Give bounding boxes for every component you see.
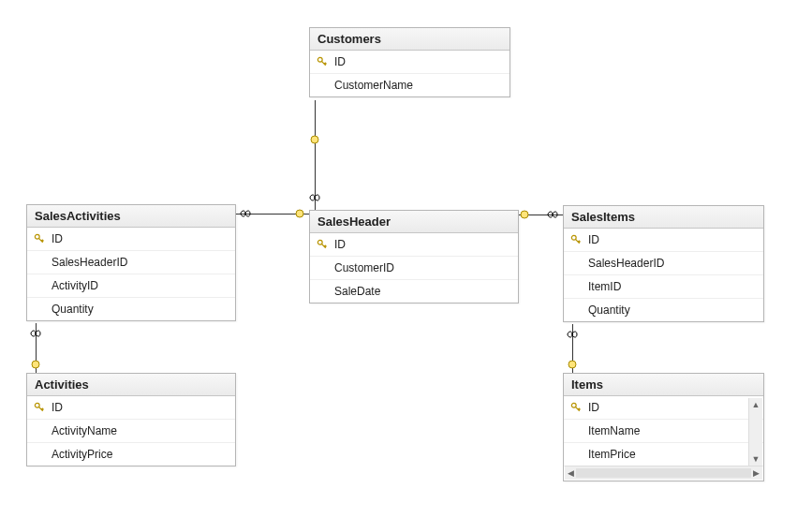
column-row[interactable]: SalesHeaderID xyxy=(27,251,235,274)
column-name: ID xyxy=(584,233,599,246)
column-row[interactable]: ID xyxy=(564,229,763,252)
primary-key-icon xyxy=(314,56,331,67)
scroll-up-icon[interactable]: ▲ xyxy=(749,398,762,411)
column-name: ActivityName xyxy=(48,424,117,437)
column-name: SalesHeaderID xyxy=(48,256,127,269)
scroll-left-icon[interactable]: ◀ xyxy=(568,468,574,478)
primary-key-icon xyxy=(31,402,48,413)
column-row[interactable]: CustomerID xyxy=(310,257,518,280)
primary-key-icon xyxy=(314,239,331,250)
table-salesHeader[interactable]: SalesHeaderIDCustomerIDSaleDate xyxy=(309,210,519,303)
column-name: ID xyxy=(48,401,63,414)
scroll-track[interactable] xyxy=(576,468,751,478)
column-name: ID xyxy=(48,232,63,245)
primary-key-icon xyxy=(568,402,584,413)
vertical-scrollbar[interactable]: ▲▼ xyxy=(748,398,762,466)
scroll-down-icon[interactable]: ▼ xyxy=(749,452,762,466)
column-row[interactable]: ID xyxy=(564,396,763,420)
fk-many-endpoint xyxy=(240,208,249,217)
column-name: ID xyxy=(331,55,346,68)
column-row[interactable]: Quantity xyxy=(27,298,235,320)
column-row[interactable]: ID xyxy=(27,228,235,251)
svg-point-2 xyxy=(521,211,528,218)
fk-key-endpoint xyxy=(295,209,304,218)
primary-key-icon xyxy=(568,234,584,245)
primary-key-icon xyxy=(31,233,48,244)
table-title: Activities xyxy=(27,374,235,396)
column-name: ItemName xyxy=(584,424,640,437)
column-row[interactable]: ActivityID xyxy=(27,274,235,298)
column-name: CustomerID xyxy=(331,261,394,274)
svg-point-3 xyxy=(32,361,39,368)
table-items[interactable]: ItemsIDItemNameItemPrice▲▼◀▶ xyxy=(563,373,764,481)
table-activities[interactable]: ActivitiesIDActivityNameActivityPrice xyxy=(26,373,236,466)
horizontal-scrollbar[interactable]: ◀▶ xyxy=(565,466,762,480)
column-row[interactable]: SalesHeaderID xyxy=(564,252,763,275)
table-title: Customers xyxy=(310,28,509,51)
table-title: SalesHeader xyxy=(310,211,518,233)
column-row[interactable]: ItemPrice xyxy=(564,443,763,466)
column-row[interactable]: ItemID xyxy=(564,275,763,299)
column-name: SalesHeaderID xyxy=(584,257,664,270)
column-name: ActivityPrice xyxy=(48,448,112,461)
fk-many-endpoint xyxy=(309,194,318,203)
svg-point-1 xyxy=(296,210,303,217)
table-salesActivities[interactable]: SalesActivitiesIDSalesHeaderIDActivityID… xyxy=(26,204,236,321)
table-title: SalesActivities xyxy=(27,205,235,228)
column-name: ID xyxy=(584,401,599,414)
column-name: CustomerName xyxy=(331,79,413,92)
column-name: ActivityID xyxy=(48,279,98,292)
fk-key-endpoint xyxy=(31,360,40,369)
fk-key-endpoint xyxy=(568,360,577,369)
fk-many-endpoint xyxy=(547,209,556,218)
table-title: SalesItems xyxy=(564,206,763,229)
column-name: Quantity xyxy=(48,303,94,316)
table-title: Items xyxy=(564,374,763,396)
column-row[interactable]: SaleDate xyxy=(310,280,518,303)
fk-many-endpoint xyxy=(567,329,576,338)
fk-key-endpoint xyxy=(520,210,529,219)
column-row[interactable]: ActivityName xyxy=(27,420,235,443)
column-row[interactable]: CustomerName xyxy=(310,74,509,96)
column-name: ItemID xyxy=(584,280,621,293)
column-name: Quantity xyxy=(584,303,630,317)
svg-point-4 xyxy=(568,361,576,368)
column-row[interactable]: Quantity xyxy=(564,299,763,321)
column-name: ID xyxy=(331,238,346,251)
column-row[interactable]: ActivityPrice xyxy=(27,443,235,466)
column-row[interactable]: ItemName xyxy=(564,420,763,443)
column-row[interactable]: ID xyxy=(310,233,518,257)
column-name: SaleDate xyxy=(331,285,380,298)
table-salesItems[interactable]: SalesItemsIDSalesHeaderIDItemIDQuantity xyxy=(563,205,764,322)
column-row[interactable]: ID xyxy=(27,396,235,420)
column-row[interactable]: ID xyxy=(310,51,509,74)
scroll-right-icon[interactable]: ▶ xyxy=(753,468,760,478)
column-name: ItemPrice xyxy=(584,448,636,461)
svg-point-0 xyxy=(311,136,318,143)
fk-many-endpoint xyxy=(30,328,39,337)
table-customers[interactable]: CustomersIDCustomerName xyxy=(309,27,510,97)
fk-key-endpoint xyxy=(310,135,319,144)
